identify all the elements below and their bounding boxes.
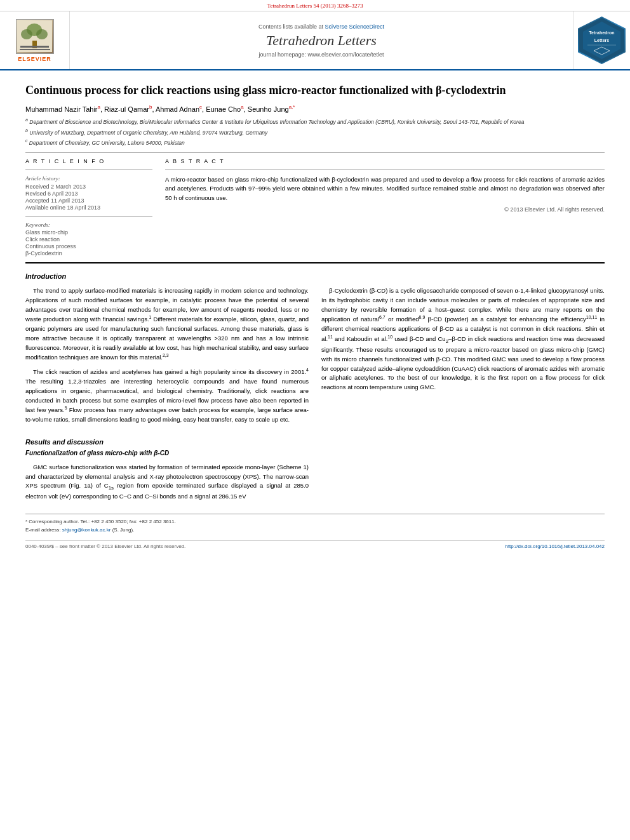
journal-title: Tetrahedron Letters bbox=[266, 32, 377, 49]
corresponding-author-note: * Corresponding author. Tel.: +82 2 450 … bbox=[25, 518, 605, 525]
tetrahedron-badge: Tetrahedron Letters bbox=[578, 17, 626, 64]
abstract-column: A B S T R A C T A micro-reactor based on… bbox=[165, 158, 605, 257]
email-link[interactable]: shjung@konkuk.ac.kr bbox=[62, 527, 111, 533]
divider-info bbox=[25, 170, 152, 170]
top-bar: Tetrahedrun Letters 54 (2013) 3268–3273 bbox=[0, 0, 630, 11]
email-person: (S. Jung). bbox=[112, 527, 135, 533]
abstract-text: A micro-reactor based on glass micro-chi… bbox=[165, 175, 605, 203]
svg-rect-5 bbox=[20, 46, 49, 48]
intro-col-right: β-Cyclodextrin (β-CD) is a cyclic oligos… bbox=[321, 286, 605, 429]
elsevier-logo-section: ELSEVIER bbox=[0, 11, 70, 69]
svg-text:Letters: Letters bbox=[594, 38, 609, 43]
article-info-column: A R T I C L E I N F O Article history: R… bbox=[25, 158, 152, 257]
elsevier-graphic bbox=[16, 19, 54, 54]
intro-para-1: The trend to apply surface-modified mate… bbox=[25, 286, 309, 363]
doi-text: http://dx.doi.org/10.1016/j.tetlet.2013.… bbox=[505, 543, 605, 549]
keyword-4: β-Cyclodextrin bbox=[25, 250, 152, 257]
intro-heading: Introduction bbox=[25, 272, 605, 280]
abstract-label: A B S T R A C T bbox=[165, 158, 605, 164]
page: Tetrahedrun Letters 54 (2013) 3268–3273 … bbox=[0, 0, 630, 840]
divider-1 bbox=[25, 152, 605, 153]
bottom-footer: 0040-4039/$ – see front matter © 2013 El… bbox=[25, 540, 605, 549]
intro-para-2: The click reaction of azides and acetyle… bbox=[25, 367, 309, 425]
results-columns: GMC surface functionalization was starte… bbox=[25, 463, 605, 506]
intro-col-left: The trend to apply surface-modified mate… bbox=[25, 286, 309, 429]
journal-homepage: journal homepage: www.elsevier.com/locat… bbox=[258, 51, 384, 58]
svg-point-3 bbox=[36, 29, 48, 39]
received-date: Received 2 March 2013 bbox=[25, 183, 152, 190]
journal-header: ELSEVIER Contents lists available at Sci… bbox=[0, 11, 630, 70]
keyword-2: Click reaction bbox=[25, 236, 152, 243]
journal-badge-section: Tetrahedron Letters bbox=[573, 11, 630, 69]
results-subheading: Functionalization of glass micro-chip wi… bbox=[25, 450, 605, 457]
divider-keywords bbox=[25, 216, 152, 217]
intro-columns: The trend to apply surface-modified mate… bbox=[25, 286, 605, 429]
main-content: Continuous process for click reactions u… bbox=[0, 70, 630, 562]
doi-link[interactable]: http://dx.doi.org/10.1016/j.tetlet.2013.… bbox=[505, 543, 605, 549]
elsevier-wordmark: ELSEVIER bbox=[18, 56, 51, 62]
svg-text:Tetrahedron: Tetrahedron bbox=[589, 30, 614, 35]
available-date: Available online 18 April 2013 bbox=[25, 204, 152, 211]
article-info-abstract: A R T I C L E I N F O Article history: R… bbox=[25, 158, 605, 257]
results-para-1: GMC surface functionalization was starte… bbox=[25, 463, 309, 502]
svg-point-2 bbox=[21, 29, 32, 39]
article-info-label: A R T I C L E I N F O bbox=[25, 158, 152, 164]
divider-body bbox=[25, 262, 605, 263]
elsevier-logo: ELSEVIER bbox=[16, 19, 54, 62]
sciverse-link[interactable]: SciVerse ScienceDirect bbox=[325, 23, 385, 30]
journal-citation: Tetrahedrun Letters 54 (2013) 3268–3273 bbox=[267, 3, 363, 9]
introduction-section: Introduction The trend to apply surface-… bbox=[25, 272, 605, 429]
keyword-1: Glass micro-chip bbox=[25, 229, 152, 236]
divider-abstract bbox=[165, 170, 605, 170]
sciverse-line: Contents lists available at SciVerse Sci… bbox=[258, 23, 384, 30]
intro-para-3: β-Cyclodextrin (β-CD) is a cyclic oligos… bbox=[321, 286, 605, 392]
issn-text: 0040-4039/$ – see front matter © 2013 El… bbox=[25, 543, 185, 549]
email-note: E-mail address: shjung@konkuk.ac.kr (S. … bbox=[25, 526, 605, 533]
journal-header-center: Contents lists available at SciVerse Sci… bbox=[70, 11, 573, 69]
article-title: Continuous process for click reactions u… bbox=[25, 83, 605, 98]
tetrahedron-badge-svg: Tetrahedron Letters bbox=[578, 17, 626, 64]
authors: Muhammad Nazir Tahira, Riaz-ul Qamarb, A… bbox=[25, 104, 605, 113]
footnotes: * Corresponding author. Tel.: +82 2 450 … bbox=[25, 514, 605, 533]
affiliations: a Department of Bioscience and Biotechno… bbox=[25, 117, 605, 147]
results-col-left: GMC surface functionalization was starte… bbox=[25, 463, 309, 506]
revised-date: Revised 6 April 2013 bbox=[25, 190, 152, 197]
copyright: © 2013 Elsevier Ltd. All rights reserved… bbox=[165, 206, 605, 213]
results-col-right bbox=[321, 463, 605, 506]
keywords-label: Keywords: bbox=[25, 222, 152, 228]
accepted-date: Accepted 11 April 2013 bbox=[25, 197, 152, 204]
results-heading: Results and discussion bbox=[25, 438, 605, 446]
keyword-3: Continuous process bbox=[25, 243, 152, 250]
elsevier-tree-icon bbox=[17, 20, 52, 52]
results-section: Results and discussion Functionalization… bbox=[25, 438, 605, 506]
history-label: Article history: bbox=[25, 175, 152, 182]
